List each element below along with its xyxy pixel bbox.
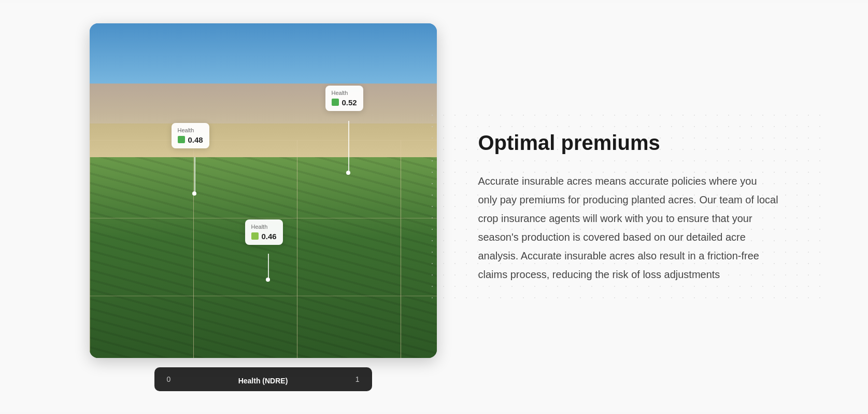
legend-min-label: 0 [167,375,171,383]
legend-max-label: 1 [355,375,360,383]
color-swatch-046 [251,232,259,240]
page-description: Accurate insurable acres means accurate … [478,172,779,284]
color-swatch-048 [178,136,185,143]
tooltip-value-046: 0.46 [251,232,277,241]
connector-line-048 [194,157,195,194]
tooltip-label-046: Health [251,224,277,230]
connector-line-046 [268,254,269,280]
health-tooltip-046: Health 0.46 [245,219,283,245]
page-title: Optimal premiums [478,130,779,155]
connector-dot-048 [192,191,196,196]
connector-dot-052 [346,171,350,175]
map-wrapper: Health 0.52 Health 0.48 [90,23,437,358]
field-dividers-layer [90,140,437,357]
text-section: Optimal premiums Accurate insurable acre… [478,130,779,284]
color-swatch-052 [332,99,339,106]
tooltip-value-048: 0.48 [178,135,203,144]
legend-bar-inner: Health (NDRE) [180,374,346,385]
connector-dot-046 [266,278,270,282]
tooltip-label-048: Health [178,127,203,133]
health-tooltip-052: Health 0.52 [325,86,363,111]
tooltip-value-052: 0.52 [332,98,357,107]
legend-bar: 0 Health (NDRE) 1 [154,367,372,391]
map-image: Health 0.52 Health 0.48 [90,23,437,358]
page-container: Health 0.52 Health 0.48 [0,3,868,412]
health-tooltip-048: Health 0.48 [172,123,209,148]
connector-line-052 [348,121,349,173]
right-section: Optimal premiums Accurate insurable acre… [478,130,779,284]
tooltip-label-052: Health [332,90,357,96]
left-section: Health 0.52 Health 0.48 [90,23,437,391]
legend-title: Health (NDRE) [180,377,346,385]
